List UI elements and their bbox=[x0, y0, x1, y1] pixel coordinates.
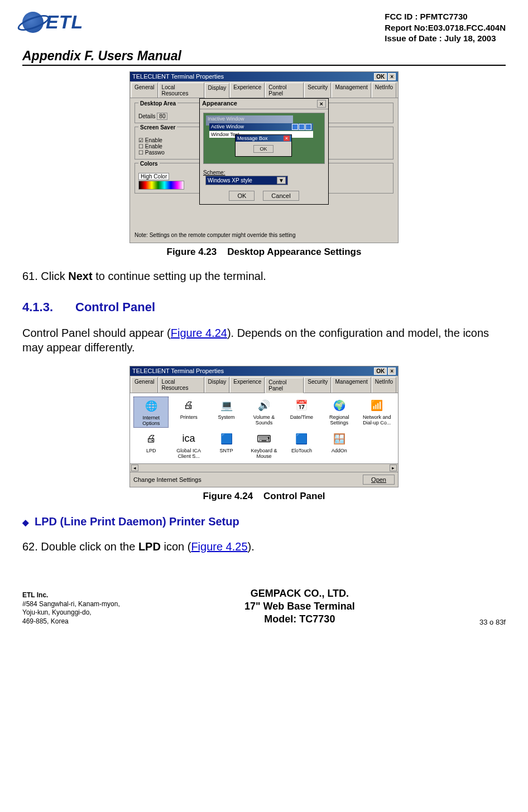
active-window-label: Active Window bbox=[211, 124, 244, 130]
tab-experience[interactable]: Experience bbox=[230, 83, 265, 98]
cp-icon-regional-settings[interactable]: 🌍Regional Settings bbox=[321, 397, 357, 428]
next-bold: Next bbox=[68, 270, 92, 282]
figure-link[interactable]: Figure 4.24 bbox=[171, 327, 227, 339]
override-note: Note: Settings on the remote computer mi… bbox=[130, 230, 398, 243]
tab-display[interactable]: Display bbox=[205, 377, 230, 393]
section-title: Control Panel bbox=[75, 300, 155, 314]
scroll-right-icon[interactable]: ▸ bbox=[390, 465, 397, 471]
app-icon: 🟦 bbox=[294, 431, 309, 447]
tab-general[interactable]: General bbox=[131, 83, 158, 98]
icon-label: Date/Time bbox=[285, 414, 318, 420]
lpd-bold: LPD bbox=[138, 540, 161, 553]
checkbox-icon[interactable]: ☐ bbox=[138, 149, 143, 156]
cp-icon-internet-options[interactable]: 🌐Internet Options bbox=[133, 397, 169, 428]
password-label: Passwo bbox=[145, 149, 165, 156]
cp-icon-elotouch[interactable]: 🟦EloTouch bbox=[284, 430, 319, 460]
tab-strip: GeneralLocal ResourcesDisplayExperienceC… bbox=[130, 376, 398, 393]
icon-label: LPD bbox=[135, 448, 167, 453]
tab-security[interactable]: Security bbox=[304, 377, 331, 393]
cp-icon-lpd[interactable]: 🖨LPD bbox=[133, 430, 169, 460]
app-icon: ⌨ bbox=[256, 431, 272, 447]
tab-display[interactable]: Display bbox=[205, 83, 230, 98]
close-icon[interactable]: × bbox=[388, 368, 396, 375]
address-line: #584 Sangwhal-ri, Kanam-myon, bbox=[22, 600, 120, 608]
text: Control Panel should appear ( bbox=[22, 327, 171, 339]
tab-netinfo[interactable]: NetInfo bbox=[372, 83, 396, 98]
page-number: 33 o 83f bbox=[479, 618, 506, 626]
ok-button[interactable]: OK bbox=[374, 368, 387, 375]
close-icon[interactable]: × bbox=[388, 73, 396, 80]
open-button[interactable]: Open bbox=[363, 475, 395, 485]
icon-label: Printers bbox=[172, 414, 205, 420]
footer-model: Model: TC7730 bbox=[244, 613, 355, 626]
chevron-down-icon[interactable]: ▼ bbox=[277, 177, 286, 184]
scheme-label: Scheme: bbox=[203, 170, 225, 176]
cp-icon-sntp[interactable]: 🟦SNTP bbox=[209, 430, 244, 460]
text: 61. Click bbox=[22, 270, 68, 282]
ok-button[interactable]: OK bbox=[374, 73, 387, 80]
scrollbar[interactable]: ◂ ▸ bbox=[130, 463, 398, 472]
figure-caption: Figure 4.23 Desktop Appearance Settings bbox=[22, 246, 506, 258]
enable-label-2: Enable bbox=[145, 143, 162, 149]
icon-label: Network and Dial-up Co... bbox=[361, 414, 393, 426]
figure-title: Desktop Appearance Settings bbox=[227, 246, 361, 257]
app-icon: 🖨 bbox=[143, 431, 159, 447]
app-icon: 🟦 bbox=[219, 431, 234, 447]
scroll-left-icon[interactable]: ◂ bbox=[131, 465, 138, 471]
close-icon[interactable]: × bbox=[317, 100, 326, 108]
section-heading: 4.1.3.Control Panel bbox=[22, 300, 506, 315]
cp-icon-volume-sounds[interactable]: 🔊Volume & Sounds bbox=[246, 397, 281, 428]
tab-experience[interactable]: Experience bbox=[230, 377, 265, 393]
appearance-title: Appearance bbox=[202, 100, 237, 108]
figure-link[interactable]: Figure 4.25 bbox=[191, 540, 247, 553]
cp-icon-addon[interactable]: 🪟AddOn bbox=[321, 430, 357, 460]
control-panel-icons: 🌐Internet Options🖨Printers💻System🔊Volume… bbox=[130, 393, 398, 463]
page-footer: ETL Inc. #584 Sangwhal-ri, Kanam-myon, Y… bbox=[22, 587, 506, 626]
window-title: TELECLIENT Terminal Properties bbox=[132, 73, 224, 80]
desktop-area-label: Desktop Area bbox=[138, 100, 177, 107]
color-depth-select[interactable]: High Color bbox=[138, 173, 169, 180]
checkbox-icon[interactable]: ☑ bbox=[138, 137, 143, 143]
checkbox-icon[interactable]: ☐ bbox=[138, 143, 143, 149]
window-title: TELECLIENT Terminal Properties bbox=[132, 368, 224, 374]
etl-logo: ETL bbox=[22, 11, 83, 33]
cp-icon-printers[interactable]: 🖨Printers bbox=[171, 397, 206, 428]
text: icon ( bbox=[161, 540, 191, 553]
tab-management[interactable]: Management bbox=[332, 377, 371, 393]
cancel-button[interactable]: Cancel bbox=[263, 191, 299, 201]
cp-icon-system[interactable]: 💻System bbox=[209, 397, 244, 428]
cp-icon-date-time[interactable]: 📅Date/Time bbox=[284, 397, 319, 428]
tab-local-resources[interactable]: Local Resources bbox=[159, 83, 204, 98]
footer-company: GEMPACK CO., LTD. bbox=[244, 587, 355, 600]
cp-icon-global-ica-client-s-[interactable]: icaGlobal ICA Client S... bbox=[171, 430, 206, 460]
ok-button[interactable]: OK bbox=[229, 191, 255, 201]
figure-number: Figure 4.24 bbox=[203, 491, 253, 501]
theme-preview: Inactive Window Active Window Window Tex… bbox=[203, 113, 325, 164]
tab-strip: GeneralLocal ResourcesDisplayExperienceC… bbox=[130, 81, 398, 98]
report-no: Report No:E03.0718.FCC.404N bbox=[385, 22, 506, 33]
tab-local-resources[interactable]: Local Resources bbox=[159, 377, 204, 393]
icon-label: Internet Options bbox=[135, 415, 167, 426]
app-icon: ica bbox=[181, 431, 196, 447]
window-titlebar: TELECLIENT Terminal Properties OK × bbox=[130, 366, 398, 376]
tab-control-panel[interactable]: Control Panel bbox=[265, 378, 304, 393]
cp-icon-network-and-dial-up-co-[interactable]: 📶Network and Dial-up Co... bbox=[359, 397, 395, 428]
details-field[interactable]: 80 bbox=[157, 113, 167, 120]
scheme-select[interactable]: Windows XP style ▼ bbox=[205, 176, 288, 185]
details-label: Details bbox=[138, 113, 156, 119]
tab-control-panel[interactable]: Control Panel bbox=[265, 83, 304, 98]
header-rule bbox=[22, 65, 506, 66]
screen-saver-label: Screen Saver bbox=[138, 124, 177, 130]
icon-label: System bbox=[210, 414, 243, 420]
tab-general[interactable]: General bbox=[131, 377, 158, 393]
icon-label: Volume & Sounds bbox=[247, 414, 280, 426]
window-titlebar: TELECLIENT Terminal Properties OK × bbox=[130, 72, 398, 81]
figure-4-23-screenshot: TELECLIENT Terminal Properties OK × Gene… bbox=[129, 71, 399, 243]
tab-netinfo[interactable]: NetInfo bbox=[372, 377, 396, 393]
tab-security[interactable]: Security bbox=[304, 83, 331, 98]
msg-ok-button: OK bbox=[253, 145, 273, 153]
cp-icon-keyboard-mouse[interactable]: ⌨Keyboard & Mouse bbox=[246, 430, 281, 460]
company-name: ETL Inc. bbox=[22, 591, 48, 599]
enable-label-1: Enable bbox=[145, 137, 162, 143]
tab-management[interactable]: Management bbox=[332, 83, 371, 98]
